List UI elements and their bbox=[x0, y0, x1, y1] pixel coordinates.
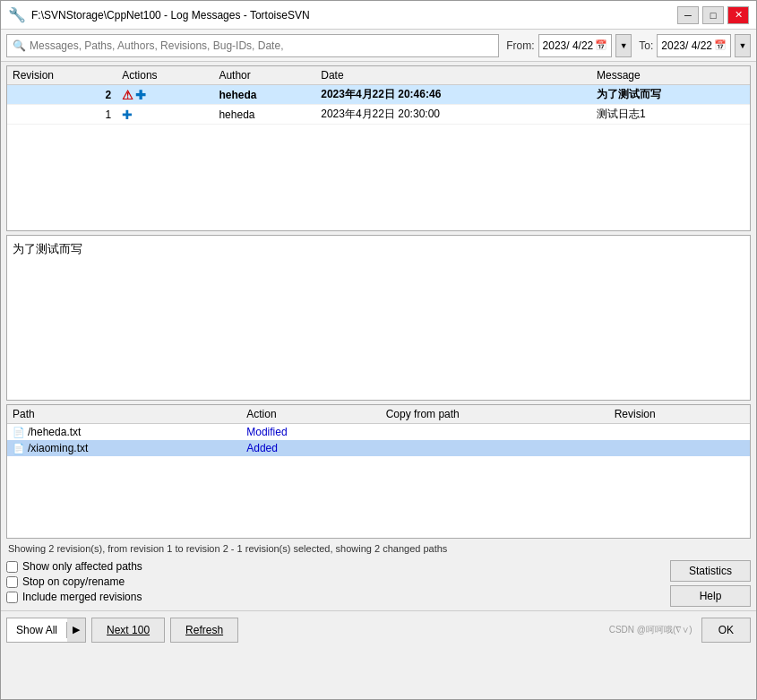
col-date: Date bbox=[315, 66, 591, 85]
log-revision-cell: 2 bbox=[7, 85, 116, 105]
col-action: Action bbox=[241, 405, 380, 424]
to-date-dropdown[interactable]: ▼ bbox=[735, 34, 751, 57]
log-author-cell: heheda bbox=[213, 85, 315, 105]
plus-icon: ✚ bbox=[122, 108, 133, 122]
col-message: Message bbox=[591, 66, 750, 85]
action-cell: Modified bbox=[241, 424, 380, 441]
warning-icon: ⚠ bbox=[122, 88, 133, 102]
paths-table: Path Action Copy from path Revision 📄/he… bbox=[7, 405, 750, 456]
log-table: Revision Actions Author Date Message 2⚠✚… bbox=[7, 66, 750, 125]
bottom-bar: Show All ▶ Next 100 Refresh CSDN @呵呵哦(∇∨… bbox=[1, 610, 756, 648]
col-revision: Revision bbox=[7, 66, 116, 85]
include-merged-label: Include merged revisions bbox=[22, 591, 142, 603]
paths-table-row[interactable]: 📄/xiaoming.txtAdded bbox=[7, 440, 750, 456]
options-column: Show only affected paths Stop on copy/re… bbox=[6, 560, 665, 603]
plus-icon: ✚ bbox=[135, 88, 146, 102]
log-table-section[interactable]: Revision Actions Author Date Message 2⚠✚… bbox=[6, 65, 751, 231]
toolbar: 🔍 From: 2023/ 4/22 📅 ▼ To: 2023/ 4/22 📅 … bbox=[1, 30, 756, 62]
from-date-section: From: 2023/ 4/22 📅 ▼ bbox=[506, 34, 632, 57]
stop-copy-label: Stop on copy/rename bbox=[22, 575, 125, 588]
to-date-value: 2023/ 4/22 bbox=[661, 39, 712, 52]
log-table-row[interactable]: 1✚heheda2023年4月22日 20:30:00测试日志1 bbox=[7, 105, 750, 125]
include-merged-checkbox[interactable] bbox=[6, 592, 18, 603]
col-path: Path bbox=[7, 405, 241, 424]
from-date-picker[interactable]: 2023/ 4/22 📅 bbox=[538, 34, 613, 57]
log-date-cell: 2023年4月22日 20:46:46 bbox=[315, 85, 591, 105]
window-controls: ─ □ ✕ bbox=[677, 6, 749, 24]
bottom-area: Show only affected paths Stop on copy/re… bbox=[1, 557, 756, 610]
title-bar: 🔧 F:\SVNStorage\CppNet100 - Log Messages… bbox=[1, 1, 756, 30]
next100-button[interactable]: Next 100 bbox=[91, 618, 165, 643]
statistics-button[interactable]: Statistics bbox=[670, 560, 751, 582]
log-author-cell: heheda bbox=[213, 105, 315, 125]
message-panel: 为了测试而写 bbox=[6, 235, 751, 401]
paths-table-header: Path Action Copy from path Revision bbox=[7, 405, 750, 424]
log-message-cell: 为了测试而写 bbox=[591, 85, 750, 105]
path-cell: 📄/heheda.txt bbox=[7, 424, 241, 441]
path-revision-cell bbox=[609, 440, 750, 456]
close-button[interactable]: ✕ bbox=[727, 6, 749, 24]
action-cell: Added bbox=[241, 440, 380, 456]
log-revision-cell: 1 bbox=[7, 105, 116, 125]
path-cell: 📄/xiaoming.txt bbox=[7, 440, 241, 456]
refresh-button[interactable]: Refresh bbox=[170, 618, 238, 643]
paths-table-row[interactable]: 📄/heheda.txtModified bbox=[7, 424, 750, 441]
stop-copy-checkbox[interactable] bbox=[6, 576, 18, 588]
show-affected-checkbox[interactable] bbox=[6, 561, 18, 573]
search-box[interactable]: 🔍 bbox=[6, 34, 499, 57]
from-label: From: bbox=[506, 39, 534, 52]
show-affected-row[interactable]: Show only affected paths bbox=[6, 560, 665, 573]
search-input[interactable] bbox=[30, 39, 493, 52]
message-content: 为了测试而写 bbox=[13, 242, 82, 255]
title-bar-left: 🔧 F:\SVNStorage\CppNet100 - Log Messages… bbox=[8, 6, 310, 23]
show-all-group[interactable]: Show All ▶ bbox=[6, 618, 86, 643]
minimize-button[interactable]: ─ bbox=[677, 6, 699, 24]
log-table-header: Revision Actions Author Date Message bbox=[7, 66, 750, 85]
window-title: F:\SVNStorage\CppNet100 - Log Messages -… bbox=[31, 9, 310, 22]
include-merged-row[interactable]: Include merged revisions bbox=[6, 591, 665, 603]
search-icon: 🔍 bbox=[13, 39, 26, 52]
copy-from-path-cell bbox=[381, 440, 609, 456]
maximize-button[interactable]: □ bbox=[702, 6, 724, 24]
status-bar: Showing 2 revision(s), from revision 1 t… bbox=[1, 540, 756, 557]
stop-copy-row[interactable]: Stop on copy/rename bbox=[6, 575, 665, 588]
to-label: To: bbox=[639, 39, 653, 52]
paths-section[interactable]: Path Action Copy from path Revision 📄/he… bbox=[6, 404, 751, 539]
to-date-picker[interactable]: 2023/ 4/22 📅 bbox=[657, 34, 731, 57]
log-message-cell: 测试日志1 bbox=[591, 105, 750, 125]
show-all-arrow[interactable]: ▶ bbox=[67, 618, 85, 642]
main-window: 🔧 F:\SVNStorage\CppNet100 - Log Messages… bbox=[0, 0, 757, 700]
watermark: CSDN @呵呵哦(∇∨) bbox=[606, 623, 696, 637]
file-icon: 📄 bbox=[13, 443, 25, 454]
log-date-cell: 2023年4月22日 20:30:00 bbox=[315, 105, 591, 125]
from-date-value: 2023/ 4/22 bbox=[543, 39, 594, 52]
help-button[interactable]: Help bbox=[670, 585, 751, 607]
col-actions: Actions bbox=[116, 66, 213, 85]
from-date-dropdown[interactable]: ▼ bbox=[615, 34, 632, 57]
side-buttons-column: Statistics Help bbox=[670, 560, 751, 607]
log-actions-cell: ⚠✚ bbox=[116, 85, 213, 105]
to-date-section: To: 2023/ 4/22 📅 ▼ bbox=[639, 34, 751, 57]
copy-from-path-cell bbox=[381, 424, 609, 441]
ok-button[interactable]: OK bbox=[701, 618, 751, 643]
col-copy-from-path: Copy from path bbox=[381, 405, 609, 424]
show-all-label: Show All bbox=[7, 622, 67, 638]
path-revision-cell bbox=[609, 424, 750, 441]
file-icon: 📄 bbox=[13, 427, 25, 437]
status-text: Showing 2 revision(s), from revision 1 t… bbox=[8, 543, 447, 554]
col-path-revision: Revision bbox=[609, 405, 750, 424]
col-author: Author bbox=[213, 66, 315, 85]
log-actions-cell: ✚ bbox=[116, 105, 213, 125]
show-affected-label: Show only affected paths bbox=[22, 560, 142, 573]
log-table-row[interactable]: 2⚠✚heheda2023年4月22日 20:46:46为了测试而写 bbox=[7, 85, 750, 105]
app-icon: 🔧 bbox=[8, 6, 26, 23]
